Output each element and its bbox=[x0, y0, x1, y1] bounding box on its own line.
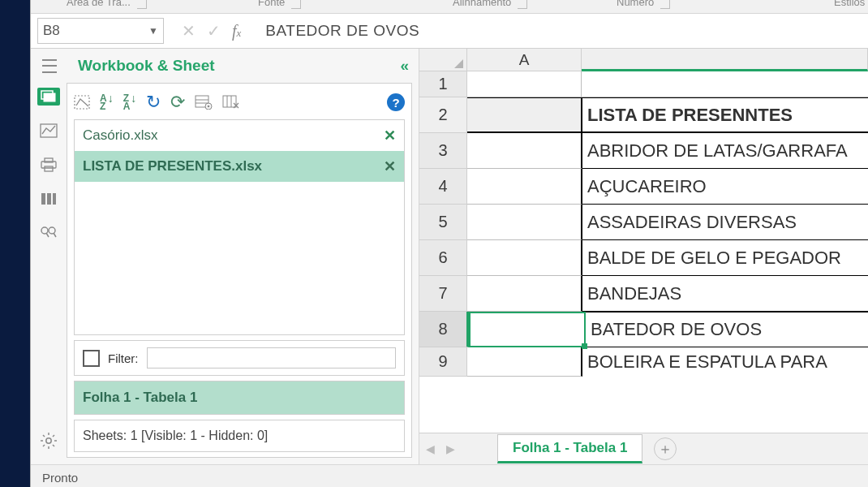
workbook-item-selected[interactable]: LISTA DE PRESENTES.xlsx ✕ bbox=[75, 151, 404, 182]
grid-settings-icon[interactable] bbox=[195, 95, 213, 110]
sheet-item-selected[interactable]: Folha 1 - Tabela 1 bbox=[75, 381, 404, 414]
svg-line-20 bbox=[53, 435, 54, 437]
cell-A5[interactable] bbox=[467, 205, 582, 240]
ribbon-group-font: Fonte bbox=[258, 0, 285, 8]
row-header[interactable]: 1 bbox=[419, 71, 467, 97]
status-text: Pronto bbox=[42, 471, 78, 485]
cell-A1[interactable] bbox=[467, 71, 582, 97]
filter-label: Filter: bbox=[108, 351, 139, 365]
grid-row: 3 ABRIDOR DE LATAS/GARRAFA bbox=[419, 133, 868, 169]
help-icon[interactable]: ? bbox=[387, 93, 405, 111]
grid-body[interactable]: 1 2 LISTA DE PRESENNTES 3 ABRIDOR DE LAT… bbox=[419, 71, 868, 433]
cell-A9[interactable] bbox=[467, 347, 582, 377]
ribbon-group-labels: Área de Tra... Fonte Alinhamento Número … bbox=[31, 0, 868, 14]
dialog-launcher-icon[interactable] bbox=[291, 0, 301, 9]
cell-B1[interactable] bbox=[582, 71, 868, 97]
filter-input[interactable] bbox=[147, 347, 397, 368]
cell-B2[interactable]: LISTA DE PRESENNTES bbox=[582, 97, 868, 133]
svg-rect-22 bbox=[75, 96, 89, 109]
row-header[interactable]: 8 bbox=[419, 312, 469, 347]
cell-B4[interactable]: AÇUCAREIRO bbox=[582, 169, 868, 205]
workbook-item[interactable]: Casório.xlsx ✕ bbox=[75, 120, 404, 151]
svg-point-10 bbox=[49, 227, 55, 234]
tab-nav-prev-icon[interactable]: ◀ bbox=[426, 442, 435, 455]
column-header-row: A bbox=[419, 49, 868, 71]
cell-A2[interactable] bbox=[467, 97, 582, 133]
add-sheet-icon[interactable]: ＋ bbox=[654, 437, 677, 460]
name-box[interactable]: B8 ▼ bbox=[37, 18, 164, 44]
column-header-A[interactable]: A bbox=[467, 49, 582, 71]
column-header-rest[interactable] bbox=[582, 49, 868, 71]
tab-charts[interactable] bbox=[37, 122, 60, 140]
tab-nav-next-icon[interactable]: ▶ bbox=[446, 442, 455, 455]
tab-workbooks[interactable] bbox=[37, 88, 60, 106]
grid-tools-icon[interactable] bbox=[222, 95, 240, 110]
close-workbook-icon[interactable]: ✕ bbox=[384, 127, 396, 144]
tab-print[interactable] bbox=[37, 156, 60, 174]
row-header[interactable]: 2 bbox=[419, 97, 467, 133]
sheet-tab-active[interactable]: Folha 1 - Tabela 1 bbox=[497, 434, 642, 463]
tab-find[interactable] bbox=[37, 224, 60, 242]
cell-A4[interactable] bbox=[467, 169, 582, 205]
select-all-triangle[interactable] bbox=[419, 49, 467, 71]
close-workbook-icon[interactable]: ✕ bbox=[384, 157, 396, 175]
row-header[interactable]: 4 bbox=[419, 169, 467, 205]
hamburger-icon[interactable] bbox=[42, 59, 57, 73]
row-header[interactable]: 6 bbox=[419, 240, 467, 276]
row-header[interactable]: 3 bbox=[419, 133, 467, 169]
collapse-pane-icon[interactable]: « bbox=[400, 57, 404, 75]
cell-A6[interactable] bbox=[467, 240, 582, 276]
cell-B7[interactable]: BANDEJAS bbox=[582, 276, 868, 312]
grid-row-selected: 8 BATEDOR DE OVOS bbox=[419, 312, 868, 347]
taskpane-title: Workbook & Sheet bbox=[78, 57, 215, 75]
sheet-stats: Sheets: 1 [Visible: 1 - Hidden: 0] bbox=[74, 420, 405, 452]
refresh-icon[interactable]: ↻ bbox=[146, 92, 161, 113]
filter-panel: Filter: bbox=[74, 340, 405, 376]
insert-function-icon[interactable]: fx bbox=[232, 23, 241, 39]
svg-line-19 bbox=[53, 445, 54, 446]
sort-za-icon[interactable]: ZA↓ bbox=[123, 94, 137, 110]
workbook-list: Casório.xlsx ✕ LISTA DE PRESENTES.xlsx ✕ bbox=[74, 119, 405, 335]
select-range-icon[interactable] bbox=[74, 95, 90, 110]
dialog-launcher-icon[interactable] bbox=[518, 0, 527, 9]
svg-line-12 bbox=[54, 233, 56, 237]
row-header[interactable]: 5 bbox=[419, 205, 467, 240]
grid-row: 7 BANDEJAS bbox=[419, 276, 868, 312]
dialog-launcher-icon[interactable] bbox=[660, 0, 670, 9]
svg-point-27 bbox=[208, 106, 210, 108]
grid-row: 2 LISTA DE PRESENNTES bbox=[419, 97, 868, 133]
ribbon-group-number: Número bbox=[617, 0, 654, 8]
row-header[interactable]: 9 bbox=[419, 347, 467, 377]
svg-rect-5 bbox=[45, 166, 53, 171]
svg-line-11 bbox=[46, 233, 49, 237]
row-header[interactable]: 7 bbox=[419, 276, 467, 312]
ribbon-group-styles: Estilos bbox=[834, 0, 865, 8]
cell-A3[interactable] bbox=[467, 133, 582, 169]
chevron-down-icon[interactable]: ▼ bbox=[148, 25, 158, 37]
formula-cancel-icon[interactable]: ✕ bbox=[182, 23, 196, 39]
settings-gear-icon[interactable] bbox=[37, 432, 60, 450]
formula-bar-content[interactable]: BATEDOR DE OVOS bbox=[265, 22, 419, 40]
cell-A8-active[interactable] bbox=[469, 312, 586, 347]
sort-az-icon[interactable]: AZ↓ bbox=[100, 94, 114, 110]
tab-columns[interactable] bbox=[37, 190, 60, 208]
svg-rect-28 bbox=[223, 96, 236, 107]
cell-B5[interactable]: ASSADEIRAS DIVERSAS bbox=[582, 205, 868, 240]
svg-rect-8 bbox=[53, 193, 56, 205]
ribbon-group-clipboard: Área de Tra... bbox=[67, 0, 131, 8]
grid-row: 9 BOLEIRA E ESPATULA PARA bbox=[419, 347, 868, 377]
formula-accept-icon[interactable]: ✓ bbox=[207, 23, 221, 39]
workbook-name: Casório.xlsx bbox=[83, 127, 158, 144]
grid-row: 1 bbox=[419, 71, 868, 97]
cell-B9[interactable]: BOLEIRA E ESPATULA PARA bbox=[582, 347, 868, 377]
cell-B8[interactable]: BATEDOR DE OVOS bbox=[586, 312, 868, 347]
cell-B6[interactable]: BALDE DE GELO E PEGADOR bbox=[582, 240, 868, 276]
cell-A7[interactable] bbox=[467, 276, 582, 312]
dialog-launcher-icon[interactable] bbox=[137, 0, 147, 9]
svg-rect-6 bbox=[41, 193, 45, 205]
cell-B3[interactable]: ABRIDOR DE LATAS/GARRAFA bbox=[582, 133, 868, 169]
refresh-all-icon[interactable]: ⟳ bbox=[170, 92, 185, 113]
filter-checkbox[interactable] bbox=[83, 350, 100, 367]
svg-point-13 bbox=[46, 438, 51, 443]
status-bar: Pronto bbox=[31, 464, 868, 487]
